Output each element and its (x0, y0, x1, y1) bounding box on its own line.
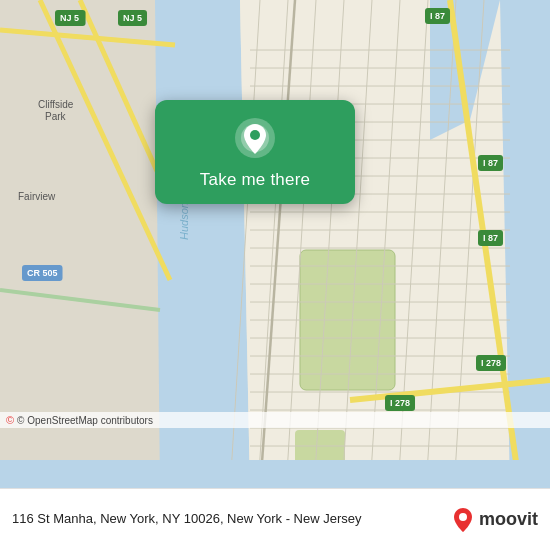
location-pin-icon (233, 116, 277, 160)
popup-card: Take me there (155, 100, 355, 204)
moovit-pin-icon (449, 506, 477, 534)
moovit-logo: moovit (449, 506, 538, 534)
take-me-there-button[interactable]: Take me there (200, 170, 310, 190)
copyright-symbol: © (6, 414, 14, 426)
map-attribution: © © OpenStreetMap contributors (0, 412, 550, 428)
svg-point-2 (250, 130, 260, 140)
address-text: 116 St Manha, New York, NY 10026, New Yo… (12, 510, 449, 528)
bottom-bar: 116 St Manha, New York, NY 10026, New Yo… (0, 488, 550, 550)
moovit-text: moovit (479, 509, 538, 530)
attribution-text: © OpenStreetMap contributors (17, 415, 153, 426)
map-container: Take me there © © OpenStreetMap contribu… (0, 0, 550, 490)
svg-point-3 (459, 513, 467, 521)
